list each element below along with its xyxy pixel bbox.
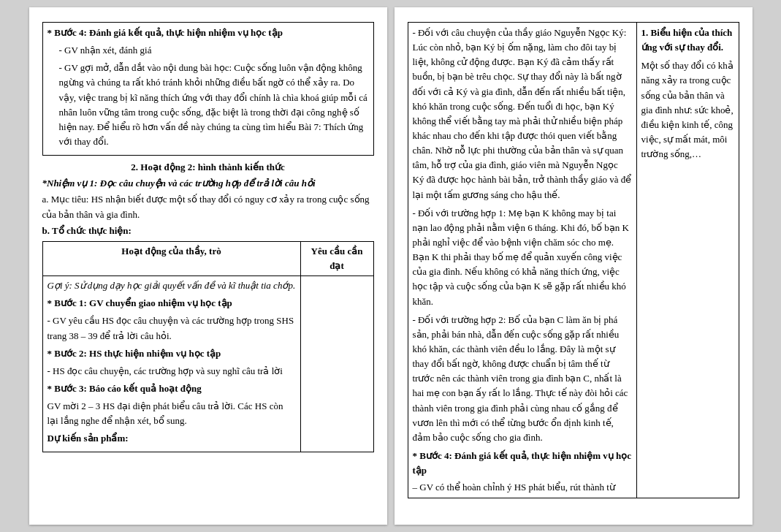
right-main-column: - Đối với câu chuyện của thầy giáo Nguyễ… <box>408 22 637 498</box>
right-side-column: 1. Biểu hiện của thích ứng với sự thay đ… <box>637 22 739 498</box>
section2-a: a. Mục tiêu: HS nhận biết được một số th… <box>42 192 374 221</box>
col1-header: Hoạt động của thầy, trò <box>42 241 300 276</box>
left-top-table: * Bước 4: Đánh giá kết quả, thực hiện nh… <box>42 22 374 156</box>
page-left-content: * Bước 4: Đánh giá kết quả, thực hiện nh… <box>42 22 374 452</box>
section2-b: b. Tổ chức thực hiện: <box>42 224 374 238</box>
step4-item1: - GV nhận xét, đánh giá <box>59 43 369 58</box>
step4-header: * Bước 4: Đánh giá kết quả, thực hiện nh… <box>47 26 369 40</box>
pages-container: * Bước 4: Đánh giá kết quả, thực hiện nh… <box>29 7 753 525</box>
page-left: * Bước 4: Đánh giá kết quả, thực hiện nh… <box>29 7 387 525</box>
right-para-3: - Đối với trường hợp 2: Bố của bạn C làm… <box>413 313 632 445</box>
side-header: 1. Biểu hiện của thích ứng với sự thay đ… <box>641 26 734 55</box>
col2-header: Yêu cầu cần đạt <box>300 241 373 276</box>
right-step4-body: – GV có thể hoàn chỉnh ý HS phát biểu, r… <box>413 480 632 495</box>
right-step4-header: * Bước 4: Đánh giá kết quả, thực hiện nh… <box>413 449 632 478</box>
side-body: Một số thay đổi có khả năng xảy ra trong… <box>641 58 734 162</box>
activity-table: Hoạt động của thầy, trò Yêu cầu cần đạt … <box>42 241 374 452</box>
right-para-2: - Đối với trường hợp 1: Mẹ bạn K không m… <box>413 206 632 309</box>
page-right: - Đối với câu chuyện của thầy giáo Nguyễ… <box>395 7 753 525</box>
activity-col1: Gợi ý: Sử dụng dạy học giải quyết vấn đề… <box>42 276 300 452</box>
page-right-content: - Đối với câu chuyện của thầy giáo Nguyễ… <box>408 22 739 498</box>
step4-item2: - GV gợi mở, dẫn dắt vào nội dung bài họ… <box>59 61 369 149</box>
section2-task: *Nhiệm vụ 1: Đọc câu chuyện và các trườn… <box>42 176 374 191</box>
section2-header: 2. Hoạt động 2: hình thành kiến thức <box>42 160 374 175</box>
activity-col2 <box>300 276 373 452</box>
right-para-1: - Đối với câu chuyện của thầy giáo Nguyễ… <box>413 26 632 202</box>
